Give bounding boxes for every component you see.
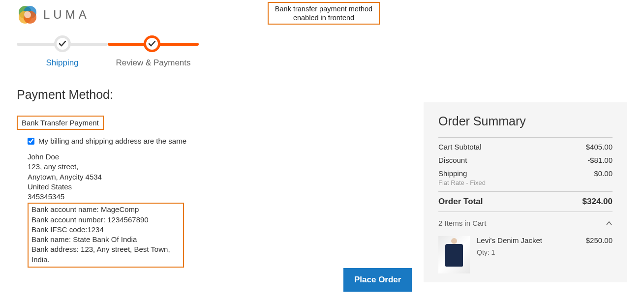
discount-row: Discount -$81.00 [438, 153, 613, 167]
order-summary: Order Summary Cart Subtotal $405.00 Disc… [424, 102, 627, 282]
billing-same-address-label: My billing and shipping address are the … [38, 137, 186, 145]
product-thumbnail[interactable] [438, 236, 470, 273]
shipping-method: Flat Rate - Fixed [438, 179, 613, 186]
progress-label-review: Review & Payments [108, 58, 199, 68]
subtotal-label: Cart Subtotal [438, 143, 482, 151]
billing-same-address-checkbox[interactable] [28, 138, 34, 145]
checkout-progress [17, 34, 199, 54]
shipping-label: Shipping [438, 169, 467, 178]
annotation-text: Bank transfer payment method enabled in … [275, 5, 372, 22]
cart-items-toggle[interactable]: 2 Items in Cart [438, 211, 613, 233]
progress-label-shipping[interactable]: Shipping [17, 58, 108, 68]
product-qty: Qty: 1 [477, 248, 613, 256]
bank-account-number: Bank account number: 1234567890 [31, 215, 180, 225]
subtotal-row: Cart Subtotal $405.00 [438, 137, 613, 153]
order-total-label: Order Total [438, 197, 483, 207]
bank-account-name: Bank account name: MageComp [31, 205, 180, 214]
shipping-row: Shipping $0.00 [438, 167, 613, 180]
subtotal-value: $405.00 [586, 143, 613, 151]
progress-step-shipping[interactable] [54, 35, 71, 52]
order-total-value: $324.00 [583, 197, 613, 207]
logo-icon [17, 4, 38, 26]
check-icon [59, 40, 66, 48]
place-order-label: Place Order [354, 275, 401, 284]
payment-method-title-text: Bank Transfer Payment [22, 119, 99, 127]
bank-details-box: Bank account name: MageComp Bank account… [28, 203, 184, 268]
svg-point-4 [24, 11, 31, 18]
bank-name: Bank name: State Bank Of India [31, 235, 180, 244]
discount-value: -$81.00 [587, 156, 613, 164]
shipping-value: $0.00 [594, 169, 613, 178]
cart-items-count: 2 Items in Cart [438, 219, 487, 227]
logo-text: LUMA [43, 8, 90, 22]
order-summary-title: Order Summary [438, 114, 613, 128]
chevron-up-icon [606, 220, 613, 227]
bank-address: Bank address: 123, Any street, Best Town… [31, 244, 180, 265]
bank-ifsc-code: Bank IFSC code:1234 [31, 225, 180, 235]
annotation-callout: Bank transfer payment method enabled in … [268, 2, 380, 25]
progress-step-review [144, 35, 160, 52]
payment-method-title[interactable]: Bank Transfer Payment [17, 116, 104, 130]
discount-label: Discount [438, 156, 467, 164]
cart-item: Levi's Denim Jacket $250.00 Qty: 1 [438, 233, 613, 273]
check-icon [148, 40, 156, 48]
payment-method-heading: Payment Method: [17, 88, 627, 102]
place-order-button[interactable]: Place Order [343, 268, 412, 292]
product-price: $250.00 [586, 236, 613, 244]
order-total-row: Order Total $324.00 [438, 191, 613, 211]
product-name[interactable]: Levi's Denim Jacket [477, 236, 542, 244]
